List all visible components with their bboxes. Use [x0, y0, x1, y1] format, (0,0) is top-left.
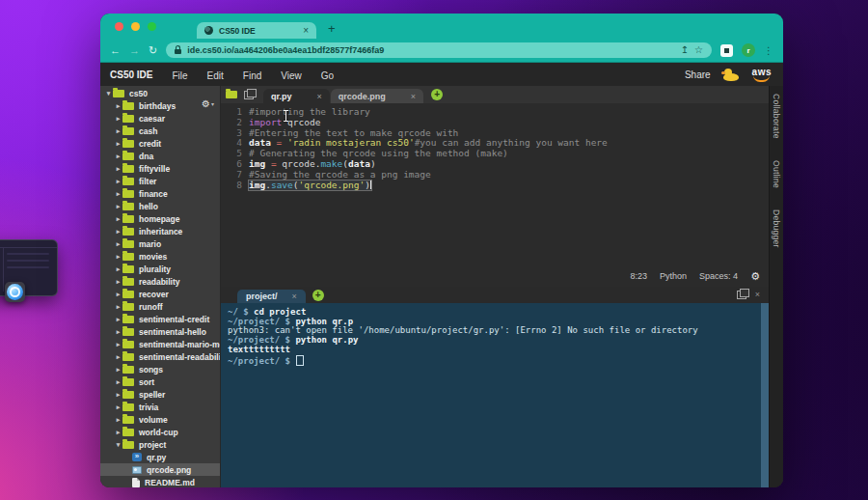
tree-item-dna[interactable]: ▸dna: [100, 150, 220, 162]
new-terminal-button[interactable]: +: [312, 290, 324, 301]
reload-icon[interactable]: ↻: [149, 45, 157, 56]
tree-item-README.md[interactable]: README.md: [100, 476, 220, 487]
editor-tab-qr.py[interactable]: qr.py×: [263, 89, 330, 103]
folder-icon: [122, 403, 134, 411]
file-icon: [132, 478, 140, 487]
cursor-position[interactable]: 8:23: [631, 271, 648, 282]
tree-item-inheritance[interactable]: ▸inheritance: [100, 225, 220, 237]
tree-item-credit[interactable]: ▸credit: [100, 137, 220, 150]
terminal-tab-close-icon[interactable]: ×: [292, 292, 297, 301]
quicktime-icon: [7, 284, 23, 300]
tree-item-sentimental-readability[interactable]: ▸sentimental-readability: [100, 350, 220, 363]
tree-item-label: qr.py: [147, 453, 166, 462]
tree-item-world-cup[interactable]: ▸world-cup: [100, 426, 220, 438]
quicktime-sidebar-divider: [3, 248, 4, 292]
tree-item-runoff[interactable]: ▸runoff: [100, 300, 220, 313]
tree-item-readability[interactable]: ▸readability: [100, 275, 220, 288]
panel-tab-debugger[interactable]: Debugger: [772, 209, 781, 248]
split-view-icon[interactable]: [244, 91, 254, 99]
terminal-tab-project[interactable]: project/ ×: [237, 290, 306, 303]
terminal[interactable]: ~/ $ cd project~/project/ $ python qr.pp…: [221, 303, 769, 487]
language-mode[interactable]: Python: [660, 271, 687, 282]
tree-item-qrcode.png[interactable]: qrcode.png: [100, 463, 220, 476]
tree-item-finance[interactable]: ▸finance: [100, 187, 220, 200]
code-editor[interactable]: 1#importing the library2import qrcode3#E…: [221, 103, 769, 287]
editor-tab-close-icon[interactable]: ×: [317, 92, 322, 101]
browser-tab-cs50-ide[interactable]: CS50 IDE ×: [197, 22, 316, 39]
lock-icon: [175, 49, 181, 54]
minimize-window-button[interactable]: [131, 22, 140, 31]
share-button[interactable]: Share: [685, 69, 711, 80]
maximize-pane-icon[interactable]: [737, 291, 746, 299]
tree-item-caesar[interactable]: ▸caesar: [100, 112, 220, 125]
new-editor-tab-button[interactable]: +: [431, 89, 443, 100]
folder-icon: [122, 378, 134, 386]
terminal-scrollbar[interactable]: [761, 303, 769, 487]
menu-go[interactable]: Go: [312, 70, 343, 81]
tree-item-label: finance: [139, 189, 168, 199]
tree-item-recover[interactable]: ▸recover: [100, 288, 220, 300]
ide-brand[interactable]: CS50 IDE: [110, 69, 152, 80]
tree-item-sentimental-hello[interactable]: ▸sentimental-hello: [100, 325, 220, 338]
menu-edit[interactable]: Edit: [198, 70, 233, 81]
menu-find[interactable]: Find: [233, 70, 271, 81]
tree-item-sort[interactable]: ▸sort: [100, 375, 220, 388]
tree-item-filter[interactable]: ▸filter: [100, 175, 220, 187]
show-tree-folder-icon[interactable]: [226, 91, 237, 98]
folder-icon: [122, 341, 134, 348]
editor-tab-qrcode.png[interactable]: qrcode.png×: [331, 89, 423, 103]
tree-item-fiftyville[interactable]: ▸fiftyville: [100, 162, 220, 175]
code-line-8[interactable]: 8img.save('qrcode.png'): [221, 181, 769, 191]
tree-item-mario[interactable]: ▸mario: [100, 237, 220, 250]
menu-view[interactable]: View: [271, 70, 312, 81]
tree-item-homepage[interactable]: ▸homepage: [100, 212, 220, 225]
close-pane-icon[interactable]: ×: [755, 291, 760, 299]
tree-item-label: filter: [139, 177, 156, 186]
tree-item-speller[interactable]: ▸speller: [100, 388, 220, 401]
right-panel-strip: CollaborateOutlineDebugger: [769, 86, 783, 487]
tree-item-hello[interactable]: ▸hello: [100, 200, 220, 212]
window-controls: [115, 22, 156, 31]
panel-tab-collaborate[interactable]: Collaborate: [772, 94, 781, 139]
menu-file[interactable]: File: [162, 70, 197, 81]
tree-item-trivia[interactable]: ▸trivia: [100, 401, 220, 413]
editor-tab-close-icon[interactable]: ×: [411, 92, 416, 101]
tree-item-label: fiftyville: [139, 164, 170, 174]
tree-item-plurality[interactable]: ▸plurality: [100, 263, 220, 275]
new-tab-button[interactable]: +: [328, 22, 336, 35]
line-number: 7: [221, 170, 249, 181]
tree-item-movies[interactable]: ▸movies: [100, 250, 220, 263]
editor-settings-gear-icon[interactable]: ⚙: [750, 271, 760, 282]
zoom-window-button[interactable]: [148, 22, 156, 31]
line-number: 5: [221, 149, 249, 159]
indentation-setting[interactable]: Spaces: 4: [699, 271, 738, 282]
bookmark-star-icon[interactable]: ☆: [694, 45, 703, 55]
back-icon[interactable]: ←: [110, 45, 121, 56]
folder-icon: [122, 190, 134, 198]
caret-right-icon: ▸: [114, 291, 122, 298]
browser-tabstrip: CS50 IDE × +: [100, 14, 783, 39]
quicktime-preview-window[interactable]: [0, 239, 58, 296]
tree-item-project[interactable]: ▾project: [100, 438, 220, 451]
tree-item-qr.py[interactable]: qr.py: [100, 451, 220, 463]
quicktime-content-line: [7, 260, 49, 262]
rubber-duck-icon[interactable]: [723, 69, 740, 81]
tree-item-sentimental-credit[interactable]: ▸sentimental-credit: [100, 313, 220, 325]
extension-icon[interactable]: [720, 44, 733, 57]
folder-icon: [122, 115, 134, 123]
forward-icon[interactable]: →: [129, 45, 140, 56]
tree-item-sentimental-mario-more[interactable]: ▸sentimental-mario-more: [100, 338, 220, 350]
tree-item-cash[interactable]: ▸cash: [100, 125, 220, 137]
panel-tab-outline[interactable]: Outline: [772, 160, 781, 188]
browser-menu-icon[interactable]: ⋮: [764, 45, 773, 56]
address-bar[interactable]: ide.cs50.io/aa464206be0a4ea1bdf28577f746…: [166, 42, 712, 58]
tab-close-icon[interactable]: ×: [303, 26, 309, 36]
tree-item-volume[interactable]: ▸volume: [100, 413, 220, 426]
line-number: 4: [221, 138, 249, 149]
share-icon[interactable]: ↥: [681, 45, 689, 55]
tree-item-songs[interactable]: ▸songs: [100, 363, 220, 375]
profile-avatar[interactable]: r: [742, 43, 755, 57]
close-window-button[interactable]: [115, 22, 123, 31]
aws-logo: aws: [752, 68, 772, 82]
tree-settings-button[interactable]: ⚙ ▾: [202, 98, 214, 109]
